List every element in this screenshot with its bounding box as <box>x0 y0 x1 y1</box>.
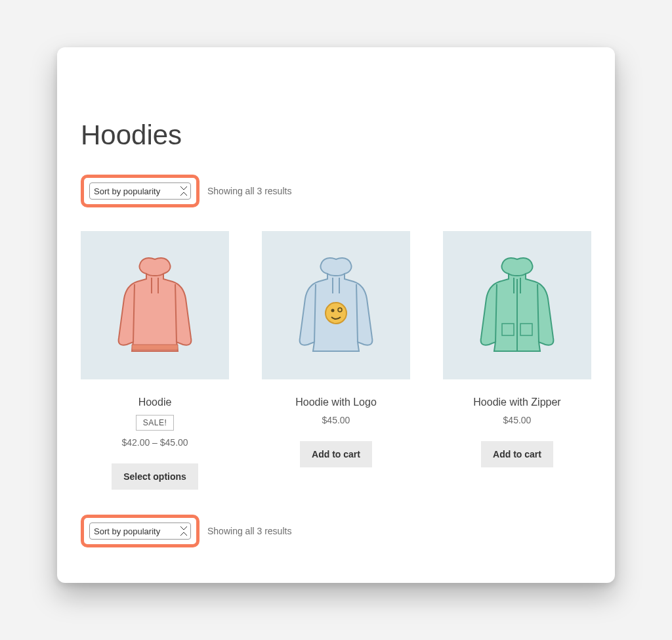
product-price: $42.00 – $45.00 <box>81 437 229 448</box>
sort-select-bottom[interactable]: Sort by popularity <box>89 523 191 540</box>
toolbar-bottom: Sort by popularity Showing all 3 results <box>81 515 591 547</box>
hoodie-zip-icon <box>468 253 566 358</box>
page-title: Hoodies <box>81 119 591 151</box>
product-image[interactable] <box>443 231 591 379</box>
product-card[interactable]: Hoodie with Zipper $45.00 Add to cart <box>443 231 591 490</box>
sort-select-top[interactable]: Sort by popularity <box>89 182 191 200</box>
product-card[interactable]: Hoodie with Logo $45.00 Add to cart <box>262 231 410 490</box>
hoodie-logo-icon <box>287 253 385 358</box>
svg-point-0 <box>326 303 346 324</box>
product-title: Hoodie with Logo <box>262 396 410 408</box>
product-title: Hoodie <box>81 396 229 408</box>
product-grid: Hoodie SALE! $42.00 – $45.00 Select opti… <box>81 231 591 490</box>
product-card[interactable]: Hoodie SALE! $42.00 – $45.00 Select opti… <box>81 231 229 490</box>
select-options-button[interactable]: Select options <box>112 463 198 490</box>
highlight-annotation-bottom: Sort by popularity <box>81 515 200 547</box>
product-image[interactable] <box>262 231 410 379</box>
product-price: $45.00 <box>443 415 591 425</box>
product-title: Hoodie with Zipper <box>443 396 591 408</box>
add-to-cart-button[interactable]: Add to cart <box>300 441 372 467</box>
content-card: Hoodies Sort by popularity Showing all 3… <box>57 47 615 583</box>
hoodie-icon <box>106 253 204 358</box>
product-price: $45.00 <box>262 415 410 425</box>
results-count-bottom: Showing all 3 results <box>207 526 291 536</box>
product-image[interactable] <box>81 231 229 379</box>
sort-select-wrap: Sort by popularity <box>89 182 191 200</box>
toolbar-top: Sort by popularity Showing all 3 results <box>81 175 591 207</box>
svg-point-1 <box>331 309 335 312</box>
sort-select-wrap: Sort by popularity <box>89 523 191 540</box>
highlight-annotation-top: Sort by popularity <box>81 175 200 207</box>
sale-badge: SALE! <box>136 415 175 431</box>
results-count-top: Showing all 3 results <box>207 186 291 196</box>
add-to-cart-button[interactable]: Add to cart <box>481 441 553 467</box>
